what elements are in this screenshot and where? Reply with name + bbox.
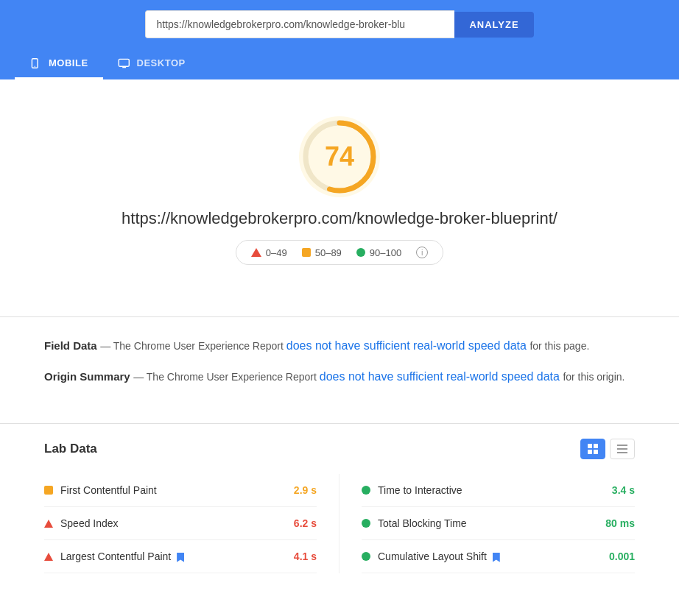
view-toggle <box>580 439 635 459</box>
legend-green: 90–100 <box>356 247 401 258</box>
metric-bookmark-cls <box>493 553 500 562</box>
legend-orange-icon <box>302 248 311 257</box>
legend-red-label: 0–49 <box>266 247 287 258</box>
metric-icon-green-tti <box>362 486 370 495</box>
analyze-button[interactable]: ANALYZE <box>454 12 533 38</box>
svg-point-1 <box>35 66 35 66</box>
metric-time-to-interactive: Time to Interactive 3.4 s <box>362 474 635 507</box>
svg-rect-7 <box>588 444 592 448</box>
metric-largest-contentful-paint: Largest Contentful Paint 4.1 s <box>44 540 317 573</box>
metric-icon-green-tbt <box>362 519 370 528</box>
metric-icon-green-cls <box>362 552 370 561</box>
main-content: 74 https://knowledgebrokerpro.com/knowle… <box>0 79 679 309</box>
origin-summary-block: Origin Summary — The Chrome User Experie… <box>44 370 635 383</box>
metric-name-lcp: Largest Contentful Paint <box>60 550 272 562</box>
top-bar: ANALYZE <box>0 0 679 49</box>
site-url: https://knowledgebrokerpro.com/knowledge… <box>122 209 557 228</box>
metric-name-si: Speed Index <box>60 517 272 529</box>
field-data-separator: — <box>100 340 113 352</box>
toggle-list-button[interactable] <box>610 439 635 459</box>
url-input-wrapper <box>145 10 454 38</box>
nav-tabs: MOBILE DESKTOP <box>0 49 679 79</box>
metric-total-blocking-time: Total Blocking Time 80 ms <box>362 507 635 540</box>
metric-name-tti: Time to Interactive <box>378 484 591 496</box>
divider-2 <box>0 423 679 424</box>
score-circle: 74 <box>299 116 380 197</box>
url-input[interactable] <box>146 11 454 38</box>
svg-rect-9 <box>588 450 592 454</box>
toggle-grid-button[interactable] <box>580 439 605 459</box>
metric-value-fcp: 2.9 s <box>280 484 317 496</box>
score-number: 74 <box>325 141 354 172</box>
field-data-suffix: for this page. <box>530 340 589 352</box>
lab-data-header: Lab Data <box>44 439 635 459</box>
legend-row: 0–49 50–89 90–100 i <box>236 240 443 265</box>
field-data-title: Field Data <box>44 339 97 352</box>
metric-value-si: 6.2 s <box>280 517 317 529</box>
svg-rect-10 <box>594 450 598 454</box>
metrics-grid: First Contentful Paint 2.9 s Speed Index… <box>44 474 635 573</box>
legend-orange: 50–89 <box>302 247 342 258</box>
metric-icon-orange-square <box>44 486 53 495</box>
legend-green-icon <box>356 248 365 257</box>
legend-green-label: 90–100 <box>370 247 401 258</box>
metric-value-lcp: 4.1 s <box>280 550 317 562</box>
field-data-prefix: The Chrome User Experience Report <box>113 340 286 352</box>
metrics-left: First Contentful Paint 2.9 s Speed Index… <box>44 474 340 573</box>
legend-orange-label: 50–89 <box>315 247 342 258</box>
metric-cumulative-layout-shift: Cumulative Layout Shift 0.001 <box>362 540 635 573</box>
metric-name-fcp: First Contentful Paint <box>60 484 272 496</box>
grid-icon <box>587 443 599 455</box>
metric-icon-red-triangle-si <box>44 520 53 528</box>
metric-value-tti: 3.4 s <box>598 484 635 496</box>
origin-suffix: for this origin. <box>563 371 625 383</box>
origin-summary-title: Origin Summary <box>44 370 130 383</box>
svg-rect-13 <box>617 452 627 453</box>
origin-separator: — <box>133 371 147 383</box>
lab-data-section: Lab Data <box>0 431 679 595</box>
legend-red: 0–49 <box>251 247 287 258</box>
svg-rect-11 <box>617 445 627 446</box>
info-icon[interactable]: i <box>416 247 428 258</box>
lab-data-title: Lab Data <box>44 442 97 456</box>
field-data-section: Field Data — The Chrome User Experience … <box>0 325 679 416</box>
metric-first-contentful-paint: First Contentful Paint 2.9 s <box>44 474 317 507</box>
tab-mobile[interactable]: MOBILE <box>15 49 103 79</box>
metric-speed-index: Speed Index 6.2 s <box>44 507 317 540</box>
list-icon <box>616 443 628 455</box>
origin-prefix: The Chrome User Experience Report <box>147 371 320 383</box>
field-data-link[interactable]: does not have sufficient real-world spee… <box>286 339 527 352</box>
score-section: 74 https://knowledgebrokerpro.com/knowle… <box>44 102 635 287</box>
metric-name-tbt: Total Blocking Time <box>378 517 591 529</box>
legend-red-icon <box>251 248 261 257</box>
metric-bookmark-lcp <box>177 553 184 562</box>
metrics-right: Time to Interactive 3.4 s Total Blocking… <box>340 474 635 573</box>
metric-value-tbt: 80 ms <box>598 517 635 529</box>
origin-link[interactable]: does not have sufficient real-world spee… <box>320 370 560 383</box>
tab-mobile-label: MOBILE <box>49 57 88 68</box>
divider-1 <box>0 316 679 317</box>
svg-rect-8 <box>594 444 598 448</box>
metric-icon-red-triangle-lcp <box>44 553 53 561</box>
field-data-block: Field Data — The Chrome User Experience … <box>44 339 635 353</box>
metric-value-cls: 0.001 <box>598 550 635 562</box>
metric-name-cls: Cumulative Layout Shift <box>378 550 591 562</box>
tab-desktop[interactable]: DESKTOP <box>103 49 200 79</box>
tab-desktop-label: DESKTOP <box>137 57 186 68</box>
svg-rect-2 <box>119 59 129 66</box>
svg-rect-12 <box>617 448 627 450</box>
